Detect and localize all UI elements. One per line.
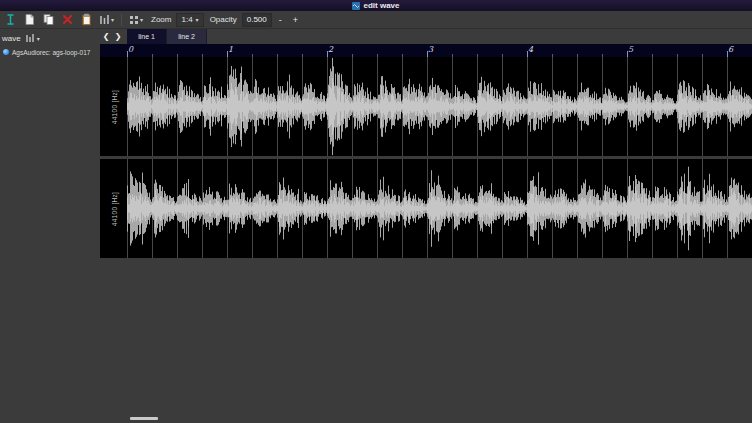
samplerate-label: 44100 [Hz] (110, 191, 117, 225)
ruler-tick: 0 (128, 44, 133, 55)
zoom-value: 1:4 (181, 15, 192, 24)
ruler-tick: 5 (628, 44, 633, 55)
scrollbar-thumb[interactable] (130, 417, 158, 420)
samplerate-meter: 44100 [Hz] (100, 57, 127, 156)
edit-wave-window: edit wave (0, 0, 752, 423)
select-button[interactable] (21, 11, 38, 28)
red-x-icon (61, 13, 74, 26)
levels-icon (99, 13, 110, 26)
tab-line-1[interactable]: line 1 (127, 29, 167, 44)
copy-button[interactable] (40, 11, 57, 28)
cut-button[interactable] (59, 11, 76, 28)
wave-sidebar: wave ▾ AgsAudiorec: ags-loop-017 (0, 29, 100, 423)
nav-back-button[interactable]: ❮ (100, 29, 112, 44)
menu-button[interactable]: ▾ (127, 12, 145, 27)
waveform-canvas[interactable] (127, 159, 752, 258)
window-title: edit wave (363, 2, 399, 10)
machine-label: AgsAudiorec: ags-loop-017 (12, 49, 90, 56)
machine-item[interactable]: AgsAudiorec: ags-loop-017 (0, 45, 100, 57)
timeline-ruler: 0 1 2 3 4 5 6 (100, 44, 752, 57)
samplerate-label: 44100 [Hz] (110, 89, 117, 123)
waveform-canvas[interactable] (127, 57, 752, 156)
window-titlebar[interactable]: edit wave (0, 0, 752, 11)
opacity-label: Opacity (210, 15, 237, 24)
tool-menu-button[interactable]: ▾ (97, 11, 116, 28)
waveform-channel-0: 44100 [Hz] (100, 57, 752, 156)
chevron-down-icon: ▾ (37, 36, 40, 42)
horizontal-scrollbar[interactable] (127, 416, 752, 421)
waveform-channel-1: 44100 [Hz] (100, 159, 752, 258)
copy-icon (42, 13, 55, 26)
tab-line-2[interactable]: line 2 (167, 29, 207, 44)
ruler-tick: 2 (328, 44, 333, 55)
chevron-down-icon: ▾ (140, 17, 143, 23)
app-icon (352, 2, 360, 10)
clipboard-icon (80, 13, 93, 26)
ruler-tick: 4 (528, 44, 533, 55)
position-cursor-button[interactable] (2, 11, 19, 28)
zoom-label: Zoom (151, 15, 171, 24)
chevron-down-icon: ▾ (111, 17, 114, 23)
ruler-tick: 1 (228, 44, 233, 55)
position-cursor-icon (4, 13, 17, 26)
wave-label: wave (2, 34, 21, 43)
document-icon (23, 13, 36, 26)
wave-editor: ❮ ❯ line 1 line 2 0 1 2 3 4 5 6 44100 [H… (100, 29, 752, 423)
toolbar-separator (121, 14, 122, 26)
machine-radio-icon[interactable] (3, 49, 9, 55)
machine-selector[interactable]: ▾ (25, 31, 40, 46)
opacity-value-field[interactable]: 0.500 (242, 13, 272, 27)
zoom-combo[interactable]: 1:4 ▾ (176, 13, 203, 27)
opacity-increment-button[interactable]: + (289, 13, 302, 27)
paste-button[interactable] (78, 11, 95, 28)
levels-icon (25, 31, 35, 46)
wave-toolbar: ▾ ▾ Zoom 1:4 ▾ Opacity 0.500 - + (0, 11, 752, 29)
ruler-tick: 6 (728, 44, 733, 55)
grid-icon (129, 14, 139, 25)
chevron-down-icon: ▾ (196, 17, 199, 23)
samplerate-meter: 44100 [Hz] (100, 159, 127, 258)
line-tab-bar: ❮ ❯ line 1 line 2 (100, 29, 752, 44)
opacity-decrement-button[interactable]: - (274, 13, 287, 27)
window-body: wave ▾ AgsAudiorec: ags-loop-017 ❮ ❯ lin… (0, 29, 752, 423)
nav-forward-button[interactable]: ❯ (112, 29, 124, 44)
ruler-tick: 3 (428, 44, 433, 55)
